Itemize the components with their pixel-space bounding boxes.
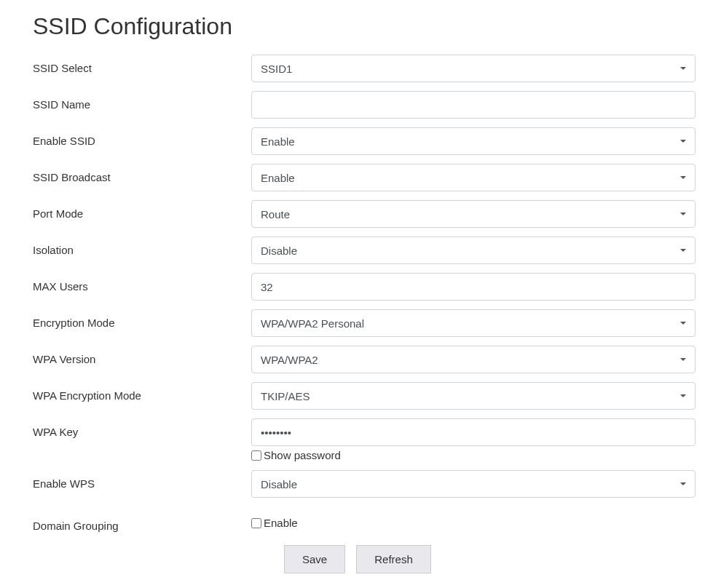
domain-grouping-checkbox-label: Enable xyxy=(264,517,298,529)
ssid-name-label: SSID Name xyxy=(15,91,251,111)
encryption-mode-select[interactable]: WPA/WPA2 Personal xyxy=(251,309,696,337)
isolation-label: Isolation xyxy=(15,237,251,256)
ssid-broadcast-label: SSID Broadcast xyxy=(15,164,251,183)
wpa-version-label: WPA Version xyxy=(15,346,251,365)
wpa-key-label: WPA Key xyxy=(15,418,251,438)
domain-grouping-label: Domain Grouping xyxy=(15,512,251,532)
refresh-button[interactable]: Refresh xyxy=(356,545,431,573)
ssid-broadcast-select[interactable]: Enable xyxy=(251,164,696,191)
enable-ssid-select[interactable]: Enable xyxy=(251,127,696,155)
wpa-version-select[interactable]: WPA/WPA2 xyxy=(251,346,696,373)
enable-ssid-label: Enable SSID xyxy=(15,127,251,147)
port-mode-select[interactable]: Route xyxy=(251,200,696,228)
wpa-encryption-mode-select[interactable]: TKIP/AES xyxy=(251,382,696,410)
show-password-label: Show password xyxy=(264,449,341,461)
max-users-input[interactable] xyxy=(251,273,696,301)
port-mode-label: Port Mode xyxy=(15,200,251,220)
wpa-encryption-mode-label: WPA Encryption Mode xyxy=(15,382,251,402)
show-password-checkbox[interactable] xyxy=(251,450,261,461)
ssid-select[interactable]: SSID1 xyxy=(251,55,696,82)
enable-wps-label: Enable WPS xyxy=(15,470,251,490)
save-button[interactable]: Save xyxy=(284,545,345,573)
ssid-name-input[interactable] xyxy=(251,91,696,119)
encryption-mode-label: Encryption Mode xyxy=(15,309,251,329)
domain-grouping-checkbox[interactable] xyxy=(251,518,261,528)
enable-wps-select[interactable]: Disable xyxy=(251,470,696,498)
max-users-label: MAX Users xyxy=(15,273,251,293)
page-title: SSID Configuration xyxy=(33,13,721,40)
wpa-key-input[interactable] xyxy=(251,418,696,446)
isolation-select[interactable]: Disable xyxy=(251,237,696,264)
ssid-select-label: SSID Select xyxy=(15,55,251,74)
